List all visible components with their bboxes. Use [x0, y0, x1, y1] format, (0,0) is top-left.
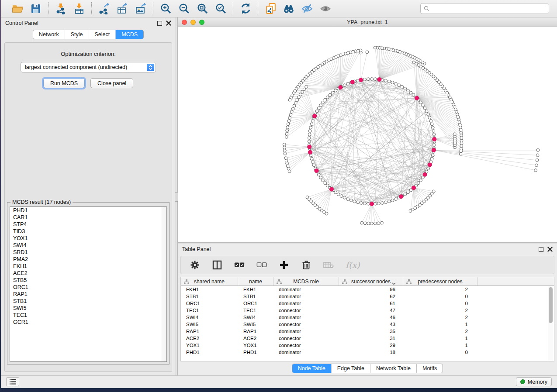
tab-motifs[interactable]: Motifs	[416, 364, 443, 373]
table-cell: 2	[403, 286, 477, 293]
import-network-button[interactable]	[53, 2, 69, 16]
network-canvas[interactable]	[178, 27, 557, 242]
column-header-mcds-role[interactable]: MCDS role	[273, 277, 339, 285]
mcds-result-item[interactable]: SRD1	[10, 249, 166, 256]
search-box[interactable]	[420, 3, 549, 14]
show-column-button[interactable]	[212, 260, 222, 270]
column-header-successor-nodes[interactable]: successor nodes	[339, 277, 403, 285]
memory-label: Memory	[528, 379, 547, 385]
tab-select[interactable]: Select	[89, 30, 116, 39]
export-network-button[interactable]	[96, 2, 112, 16]
close-panel-icon[interactable]	[166, 21, 171, 26]
show-graphics-button[interactable]	[318, 2, 333, 16]
destroy-table-button[interactable]	[323, 260, 334, 270]
task-history-button[interactable]	[6, 377, 19, 386]
refresh-icon	[240, 3, 252, 14]
delete-column-button[interactable]	[301, 260, 311, 270]
status-bar: Memory	[1, 375, 557, 388]
close-panel-button[interactable]: Close panel	[90, 78, 133, 88]
mcds-result-item[interactable]: GCR1	[10, 319, 166, 326]
refresh-button[interactable]	[238, 2, 253, 16]
optimization-select[interactable]: largest connected component (undirected)	[21, 62, 156, 72]
memory-button[interactable]: Memory	[516, 377, 552, 386]
function-builder-button[interactable]: f(x)	[346, 260, 360, 270]
column-header-predecessor-nodes[interactable]: predecessor nodes	[403, 277, 477, 285]
save-session-button[interactable]	[28, 2, 44, 16]
tab-edge-table[interactable]: Edge Table	[331, 364, 370, 373]
tab-style[interactable]: Style	[65, 30, 89, 39]
table-panel-title: Table Panel	[182, 246, 211, 252]
mcds-list-scrollbar[interactable]	[162, 207, 166, 361]
first-neighbors-button[interactable]	[281, 2, 297, 16]
table-cell: dominator	[273, 328, 339, 335]
clone-network-button[interactable]	[263, 2, 278, 16]
deselect-all-button[interactable]	[256, 260, 267, 270]
tab-node-table[interactable]: Node Table	[292, 364, 331, 373]
tab-network[interactable]: Network	[33, 30, 65, 39]
table-row[interactable]: STB1STB1dominator620	[181, 293, 554, 300]
table-settings-button[interactable]	[190, 260, 200, 270]
export-network-icon	[98, 3, 110, 14]
table-cell: dominator	[273, 286, 339, 293]
mcds-result-item[interactable]: SWI5	[10, 305, 166, 312]
float-panel-icon[interactable]	[157, 21, 162, 26]
mcds-result-item[interactable]: TID3	[10, 228, 166, 235]
mcds-result-item[interactable]: YOX1	[10, 235, 166, 242]
control-panel: Control Panel NetworkStyleSelectMCDS Opt…	[1, 17, 176, 375]
table-cell: 43	[339, 321, 403, 328]
zoom-out-button[interactable]	[176, 2, 192, 16]
table-cell: TEC1	[238, 307, 273, 314]
zoom-in-button[interactable]	[158, 2, 173, 16]
table-row[interactable]: FKH1FKH1dominator962	[181, 286, 554, 293]
table-row[interactable]: YOX1YOX1connector291	[181, 342, 554, 349]
table-scrollbar[interactable]	[548, 286, 554, 361]
mcds-result-item[interactable]: ACE2	[10, 270, 166, 277]
mcds-result-item[interactable]: PHD1	[10, 207, 166, 214]
mcds-result-item[interactable]: FKH1	[10, 263, 166, 270]
open-file-button[interactable]	[10, 2, 25, 16]
export-table-button[interactable]	[114, 2, 130, 16]
search-input[interactable]	[432, 6, 546, 12]
network-window-titlebar[interactable]: YPA_prune.txt_1	[178, 17, 557, 27]
table-cell: YOX1	[238, 342, 273, 349]
table-cell: 29	[339, 342, 403, 349]
mcds-result-item[interactable]: ORC1	[10, 284, 166, 291]
column-header-name[interactable]: name	[238, 277, 273, 285]
table-cell: 61	[339, 300, 403, 307]
table-row[interactable]: RAP1RAP1dominator352	[181, 328, 554, 335]
mcds-result-item[interactable]: STP4	[10, 221, 166, 228]
table-cell: 2	[403, 307, 477, 314]
table-scrollbar-thumb[interactable]	[549, 287, 553, 323]
network-graph[interactable]	[178, 27, 557, 242]
select-all-button[interactable]	[234, 260, 245, 270]
add-column-button[interactable]	[279, 260, 289, 270]
export-image-button[interactable]	[133, 2, 149, 16]
mcds-result-list[interactable]: PHD1CAR1STP4TID3YOX1SWI4SRD1PMA2FKH1ACE2…	[10, 206, 167, 362]
mcds-result-item[interactable]: SWI4	[10, 242, 166, 249]
mcds-result-item[interactable]: PMA2	[10, 256, 166, 263]
table-row[interactable]: PHD1PHD1dominator180	[181, 349, 554, 356]
mcds-result-item[interactable]: STB5	[10, 277, 166, 284]
zoom-fit-button[interactable]	[194, 2, 210, 16]
main-toolbar	[1, 0, 557, 17]
table-row[interactable]: ACE2ACE2connector311	[181, 335, 554, 342]
mcds-result-item[interactable]: RAP1	[10, 291, 166, 298]
search-icon	[424, 6, 429, 11]
table-row[interactable]: SWI4SWI4dominator462	[181, 314, 554, 321]
tab-mcds[interactable]: MCDS	[115, 30, 143, 39]
close-table-panel-icon[interactable]	[547, 247, 553, 252]
column-header-shared-name[interactable]: shared name	[181, 277, 238, 285]
run-mcds-button[interactable]: Run MCDS	[43, 78, 85, 88]
float-table-panel-icon[interactable]	[539, 247, 543, 252]
table-row[interactable]: TEC1TEC1connector472	[181, 307, 554, 314]
table-row[interactable]: SWI5SWI5connector431	[181, 321, 554, 328]
import-table-button[interactable]	[71, 2, 87, 16]
mcds-result-item[interactable]: TEC1	[10, 312, 166, 319]
tab-network-table[interactable]: Network Table	[370, 364, 416, 373]
mcds-result-item[interactable]: CAR1	[10, 214, 166, 221]
zoom-selected-button[interactable]	[213, 2, 228, 16]
table-row[interactable]: ORC1ORC1dominator610	[181, 300, 554, 307]
table-cell: RAP1	[181, 328, 238, 335]
mcds-result-item[interactable]: STB1	[10, 298, 166, 305]
hide-graphics-button[interactable]	[299, 2, 315, 16]
